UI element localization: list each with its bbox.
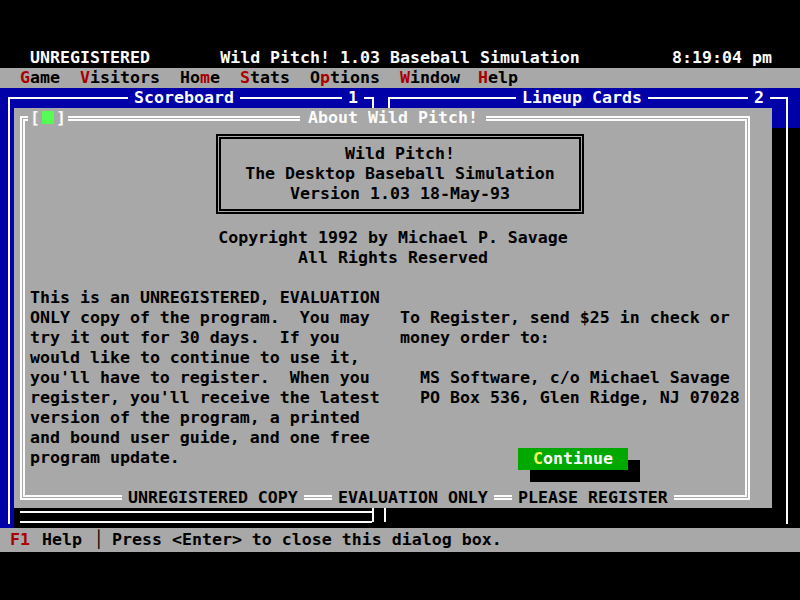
window-border-tick	[372, 508, 374, 522]
about-info-box: Wild Pitch! The Desktop Baseball Simulat…	[216, 134, 584, 214]
program-version: Version 1.03 18-May-93	[221, 184, 579, 204]
window-bottom-border	[20, 511, 372, 523]
dialog-footer-row: UNREGISTERED COPY EVALUATION ONLY PLEASE…	[14, 488, 772, 508]
menu-home[interactable]: Home	[180, 68, 220, 88]
continue-button[interactable]: Continue	[518, 448, 628, 470]
window-right-border	[786, 97, 788, 524]
window-number: 2	[748, 88, 770, 108]
window-lineup-cards-titlebar[interactable]: Lineup Cards 2	[388, 88, 788, 108]
dos-screen: UNREGISTERED Wild Pitch! 1.03 Baseball S…	[0, 0, 800, 600]
menu-bar: Game Visitors Home Stats Options Window …	[0, 68, 800, 88]
dialog-title: About Wild Pitch!	[300, 108, 486, 127]
window-corner	[372, 97, 374, 108]
program-tagline: The Desktop Baseball Simulation	[221, 164, 579, 184]
about-dialog: [] About Wild Pitch! Wild Pitch! The Des…	[14, 108, 772, 508]
menu-game[interactable]: Game	[20, 68, 60, 88]
rights-line: All Rights Reserved	[14, 248, 772, 268]
menu-help[interactable]: Help	[478, 68, 518, 88]
footer-please-register: PLEASE REGISTER	[512, 488, 674, 508]
status-bar: F1 Help │ Press <Enter> to close this di…	[0, 528, 800, 552]
copyright-line: Copyright 1992 by Michael P. Savage	[14, 228, 772, 248]
window-corner	[388, 97, 390, 108]
status-separator: │	[94, 528, 104, 552]
clock: 8:19:04 pm	[672, 48, 772, 68]
window-left-border	[8, 97, 10, 524]
status-message: Press <Enter> to close this dialog box.	[112, 528, 502, 552]
fkey-help-label[interactable]: Help	[42, 528, 82, 552]
footer-unregistered-copy: UNREGISTERED COPY	[122, 488, 304, 508]
menu-options[interactable]: Options	[310, 68, 380, 88]
menu-window[interactable]: Window	[400, 68, 460, 88]
menu-stats[interactable]: Stats	[240, 68, 290, 88]
menu-visitors[interactable]: Visitors	[80, 68, 160, 88]
window-scoreboard-titlebar[interactable]: Scoreboard 1	[8, 88, 374, 108]
evaluation-notice-text: This is an UNREGISTERED, EVALUATION ONLY…	[30, 288, 380, 468]
dialog-title-row: About Wild Pitch!	[14, 108, 772, 128]
copyright-block: Copyright 1992 by Michael P. Savage All …	[14, 228, 772, 268]
footer-evaluation-only: EVALUATION ONLY	[332, 488, 494, 508]
window-title: Scoreboard	[128, 88, 240, 108]
window-number: 1	[342, 88, 364, 108]
fkey-help-shortcut[interactable]: F1	[10, 528, 30, 552]
window-border-tick	[384, 508, 386, 522]
register-instructions-text: To Register, send $25 in check or money …	[400, 308, 740, 408]
program-name: Wild Pitch!	[221, 144, 579, 164]
app-title-bar: UNREGISTERED Wild Pitch! 1.03 Baseball S…	[0, 48, 800, 68]
window-title: Lineup Cards	[516, 88, 648, 108]
